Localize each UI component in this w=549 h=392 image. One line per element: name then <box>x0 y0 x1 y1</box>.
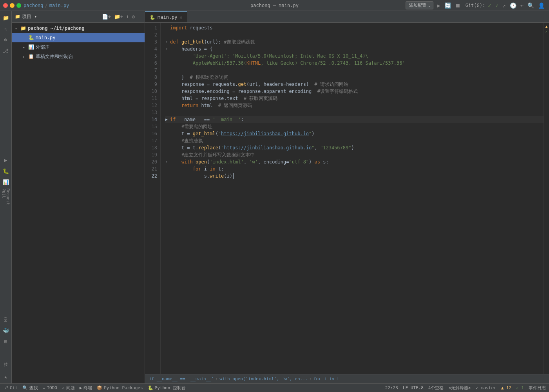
traffic-lights <box>3 3 21 8</box>
status-python-console[interactable]: 🐍 Python 控制台 <box>148 385 186 391</box>
sidebar-icon-terminal[interactable]: ⊞ <box>1 336 11 347</box>
stop-icon[interactable]: ⏹ <box>454 2 462 9</box>
console-icon: 🐍 <box>148 385 153 390</box>
line-num-22: 22 <box>147 172 157 180</box>
mainpy-label: main.py <box>36 35 141 40</box>
status-find[interactable]: 🔍 查找 <box>22 385 38 391</box>
external-lib-label: 外部库 <box>36 44 141 51</box>
code-line-14: ▶ if __name__ == '__main__': <box>165 116 544 123</box>
collapse-icon[interactable]: — <box>137 13 141 20</box>
sidebar-icons: 📁 ☆ ⊕ ⎇ ▶ 🐛 📊 Pull Request 🗄 🐳 ⊞ 技 ★ <box>0 11 12 383</box>
sidebar-icon-arrow[interactable]: 技 <box>2 347 10 371</box>
line-num-4: 4 <box>147 45 157 53</box>
fold-icon-14[interactable]: ▶ <box>165 116 169 123</box>
scratch-label: 草稿文件和控制台 <box>36 53 141 60</box>
line-num-17: 17 <box>147 137 157 144</box>
code-breadcrumb: if __name__ == '__main__' › with open('i… <box>145 374 549 383</box>
root-folder-icon: 📁 <box>20 25 26 31</box>
fold-icon-3[interactable]: ▾ <box>165 38 169 45</box>
git-undo-icon[interactable]: ↶ <box>519 2 525 9</box>
tab-close-icon[interactable]: ✕ <box>180 15 183 20</box>
search-icon[interactable]: 🔍 <box>526 2 535 9</box>
tab-python-icon: 🐍 <box>150 15 155 20</box>
file-tree-root[interactable]: ▾ 📁 pachong ~/it/pachong <box>12 24 145 33</box>
new-folder-icon[interactable]: 📁+ <box>113 13 124 20</box>
code-content[interactable]: import requests ▾ def get_html(url): #爬取… <box>161 23 544 374</box>
line-num-12: 12 <box>147 102 157 109</box>
account-icon[interactable]: 👤 <box>537 2 546 9</box>
python-file-icon: 🐍 <box>28 35 34 40</box>
editor-right-panel: ▲ ✓ <box>544 23 549 374</box>
sidebar-icon-find[interactable]: ⊕ <box>1 34 11 45</box>
git-arrow-icon[interactable]: ↗ <box>501 2 507 9</box>
scratch-icon: 📋 <box>28 54 34 59</box>
status-encoding[interactable]: LF UTF-8 <box>403 385 424 390</box>
code-line-11: html = response.text # 获取网页源码 <box>165 95 544 102</box>
close-button[interactable] <box>3 3 8 8</box>
code-line-1: import requests <box>165 24 544 31</box>
breadcrumb-project[interactable]: pachong <box>24 3 43 8</box>
breadcrumb-file[interactable]: main.py <box>49 3 69 8</box>
terminal-icon: ▶ <box>80 385 82 390</box>
reload-icon[interactable]: 🔄 <box>443 2 452 9</box>
code-line-17: #查找替换 <box>165 137 544 144</box>
sidebar-icon-docker[interactable]: 🐳 <box>1 325 11 336</box>
git-check2-icon[interactable]: ✓ <box>494 2 500 9</box>
breadcrumb-main: if __name__ == '__main__' <box>149 376 214 381</box>
window-title: pachong – main.py <box>250 3 299 8</box>
minimize-button[interactable] <box>10 3 14 8</box>
code-line-15: #需要爬的网址 <box>165 123 544 130</box>
git-history-icon[interactable]: 🕐 <box>509 2 518 9</box>
line-num-16: 16 <box>147 130 157 137</box>
status-branch[interactable]: ✓ master <box>476 385 496 390</box>
file-tree-scratch[interactable]: ▸ 📋 草稿文件和控制台 <box>12 52 145 61</box>
tab-mainpy[interactable]: 🐍 main.py ✕ <box>145 11 187 22</box>
status-todo[interactable]: ≡ TODO <box>43 385 57 390</box>
lib-folder-icon: 📊 <box>28 44 34 50</box>
sidebar-icon-vcs[interactable]: ⎇ <box>1 45 11 56</box>
expand-icon[interactable]: ⬆ <box>125 13 130 20</box>
add-config-button[interactable]: 添加配置... <box>406 1 433 9</box>
status-problems[interactable]: ⚠ 问题 <box>62 385 75 391</box>
code-line-13 <box>165 109 544 116</box>
line-num-2: 2 <box>147 31 157 38</box>
sidebar-icon-pullrequest[interactable]: Pull Request <box>2 188 10 215</box>
settings-icon[interactable]: ⚙ <box>131 13 136 20</box>
lib-arrow-icon: ▸ <box>23 45 27 49</box>
maximize-button[interactable] <box>16 3 21 8</box>
status-line-col[interactable]: 22:23 <box>385 385 398 390</box>
status-warnings[interactable]: ▲ 12 <box>501 385 512 390</box>
fold-icon-20[interactable]: ▾ <box>165 158 169 165</box>
new-file-icon[interactable]: 📄+ <box>101 13 112 20</box>
line-num-8: 8 <box>147 74 157 81</box>
sidebar-icon-folder[interactable]: 📁 <box>1 13 11 23</box>
sidebar-icon-db[interactable]: 🗄 <box>1 314 11 325</box>
file-tree-mainpy[interactable]: 🐍 main.py <box>12 33 145 42</box>
sidebar-icon-debug[interactable]: 🐛 <box>1 166 11 176</box>
ok-indicator: ✓ <box>545 29 547 34</box>
file-panel-icons: 📄+ 📁+ ⬆ ⚙ — <box>101 13 141 20</box>
file-tree-external-lib[interactable]: ▸ 📊 外部库 <box>12 42 145 52</box>
status-interpreter[interactable]: <无解释器> <box>448 385 471 391</box>
status-python-packages[interactable]: 📦 Python Packages <box>97 385 143 390</box>
status-terminal[interactable]: ▶ 终端 <box>80 385 92 391</box>
sidebar-icon-run[interactable]: ▶ <box>1 155 11 165</box>
file-panel-header: 📁 项目 ▾ 📄+ 📁+ ⬆ ⚙ — <box>12 11 145 23</box>
fold-icon-4[interactable]: ▾ <box>165 45 169 53</box>
status-ok[interactable]: ✓ 1 <box>516 385 524 390</box>
status-indent[interactable]: 4个空格 <box>428 385 444 391</box>
line-num-5: 5 <box>147 53 157 60</box>
line-num-9: 9 <box>147 81 157 88</box>
sidebar-icon-star[interactable]: ★ <box>1 372 11 382</box>
title-bar-right: 添加配置... ▶ 🔄 ⏹ Git(G): ✓ ✓ ↗ 🕐 ↶ 🔍 👤 <box>406 1 546 9</box>
status-git[interactable]: ⎇ Git <box>3 385 18 390</box>
code-line-19: #建立文件并循环写入数据到文本中 <box>165 151 544 158</box>
sidebar-icon-profile[interactable]: 📊 <box>1 177 11 187</box>
run-icon[interactable]: ▶ <box>436 2 441 9</box>
fold-icon-1[interactable] <box>165 24 169 31</box>
code-line-10: response.encoding = response.apparent_en… <box>165 88 544 95</box>
line-num-20: 20 <box>147 158 157 165</box>
sidebar-icon-bookmark[interactable]: ☆ <box>1 24 11 34</box>
git-check-icon[interactable]: ✓ <box>487 2 492 9</box>
status-event-log[interactable]: 事件日志 <box>529 385 546 391</box>
